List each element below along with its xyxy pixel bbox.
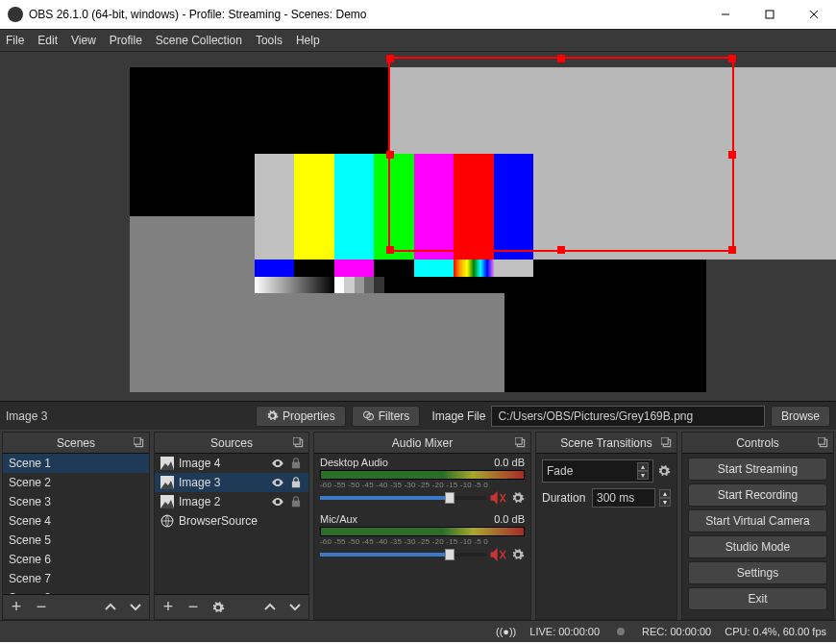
status-dot xyxy=(617,628,625,635)
close-button[interactable] xyxy=(792,0,836,29)
popout-icon[interactable] xyxy=(134,437,145,449)
scene-item[interactable]: Scene 1 xyxy=(3,454,149,473)
lock-toggle[interactable] xyxy=(289,476,303,489)
volume-slider[interactable] xyxy=(320,496,486,500)
menu-help[interactable]: Help xyxy=(296,34,320,47)
channel-settings-button[interactable] xyxy=(511,491,525,505)
maximize-button[interactable] xyxy=(748,0,792,29)
lock-toggle[interactable] xyxy=(289,495,303,508)
menu-profile[interactable]: Profile xyxy=(110,34,142,47)
preview-area[interactable] xyxy=(0,52,836,401)
audio-meter xyxy=(320,470,525,480)
image-file-label: Image File xyxy=(431,409,485,423)
source-down-button[interactable] xyxy=(285,598,305,617)
controls-panel: Controls Start Streaming Start Recording… xyxy=(681,432,834,620)
menu-file[interactable]: File xyxy=(6,34,24,47)
mixer-header[interactable]: Audio Mixer xyxy=(314,433,530,454)
mute-button[interactable] xyxy=(490,491,507,505)
audio-mixer-panel: Audio Mixer Desktop Audio0.0 dB -60 -55 … xyxy=(313,432,531,620)
exit-button[interactable]: Exit xyxy=(688,587,827,610)
sources-header[interactable]: Sources xyxy=(155,433,308,454)
start-recording-button[interactable]: Start Recording xyxy=(688,483,827,507)
popout-icon[interactable] xyxy=(818,437,829,449)
sources-panel: Sources Image 4 Image 3 Image 2 xyxy=(154,432,309,620)
chevron-up-icon: ▴ xyxy=(637,462,649,471)
volume-slider[interactable] xyxy=(320,553,486,557)
app-icon xyxy=(8,7,23,22)
globe-icon xyxy=(160,514,174,528)
remove-source-button[interactable]: − xyxy=(184,598,203,617)
image-file-input[interactable]: C:/Users/OBS/Pictures/Grey169B.png xyxy=(491,406,765,427)
filters-button[interactable]: Filters xyxy=(352,406,421,427)
meter-ticks: -60 -55 -50 -45 -40 -35 -30 -25 -20 -15 … xyxy=(320,481,525,489)
source-item[interactable]: BrowserSource xyxy=(155,511,308,531)
channel-name: Desktop Audio xyxy=(320,457,388,468)
scene-item[interactable]: Scene 6 xyxy=(3,550,149,569)
transition-settings-button[interactable] xyxy=(657,464,671,478)
scene-item[interactable]: Scene 7 xyxy=(3,569,149,588)
window-title: OBS 26.1.0 (64-bit, windows) - Profile: … xyxy=(29,8,703,21)
controls-header[interactable]: Controls xyxy=(682,433,833,454)
menu-tools[interactable]: Tools xyxy=(256,34,283,47)
source-item[interactable]: Image 4 xyxy=(155,454,308,473)
window-titlebar: OBS 26.1.0 (64-bit, windows) - Profile: … xyxy=(0,0,836,29)
scenes-panel: Scenes Scene 1 Scene 2 Scene 3 Scene 4 S… xyxy=(2,432,150,620)
duration-stepper[interactable]: ▴▾ xyxy=(659,489,671,507)
add-source-button[interactable]: + xyxy=(159,598,178,617)
menu-view[interactable]: View xyxy=(71,34,96,47)
properties-button[interactable]: Properties xyxy=(256,406,346,427)
sources-list[interactable]: Image 4 Image 3 Image 2 BrowserSource xyxy=(155,454,308,594)
menu-scene-collection[interactable]: Scene Collection xyxy=(156,34,242,47)
scene-up-button[interactable] xyxy=(101,598,120,617)
selected-source-label: Image 3 xyxy=(6,409,250,423)
transition-select[interactable]: Fade ▴▾ xyxy=(542,459,653,483)
start-streaming-button[interactable]: Start Streaming xyxy=(688,458,827,481)
popout-icon[interactable] xyxy=(661,437,673,449)
transitions-header[interactable]: Scene Transitions xyxy=(536,433,676,454)
popout-icon[interactable] xyxy=(293,437,305,449)
settings-button[interactable]: Settings xyxy=(688,561,827,584)
studio-mode-button[interactable]: Studio Mode xyxy=(688,535,827,558)
source-up-button[interactable] xyxy=(260,598,280,617)
scene-item[interactable]: Scene 4 xyxy=(3,511,149,531)
channel-db: 0.0 dB xyxy=(494,457,525,468)
chevron-up-icon xyxy=(264,602,276,613)
scenes-header[interactable]: Scenes xyxy=(3,433,149,454)
source-properties-button[interactable] xyxy=(209,598,228,617)
add-scene-button[interactable]: + xyxy=(7,598,26,617)
sources-toolbar: + − xyxy=(155,594,308,619)
cpu-status: CPU: 0.4%, 60.00 fps xyxy=(725,626,826,637)
visibility-toggle[interactable] xyxy=(271,476,284,489)
mute-button[interactable] xyxy=(490,548,507,561)
menu-edit[interactable]: Edit xyxy=(37,34,58,47)
remove-scene-button[interactable]: − xyxy=(32,598,51,617)
browse-button[interactable]: Browse xyxy=(771,406,830,427)
svg-rect-15 xyxy=(515,437,522,444)
scenes-list[interactable]: Scene 1 Scene 2 Scene 3 Scene 4 Scene 5 … xyxy=(3,454,149,594)
source-item[interactable]: Image 3 xyxy=(155,473,308,492)
minimize-button[interactable] xyxy=(703,0,748,29)
scene-item[interactable]: Scene 2 xyxy=(3,473,149,492)
visibility-toggle[interactable] xyxy=(271,495,284,508)
image-icon xyxy=(160,457,174,470)
menu-bar: File Edit View Profile Scene Collection … xyxy=(0,29,836,52)
visibility-toggle[interactable] xyxy=(271,457,284,470)
start-virtual-camera-button[interactable]: Start Virtual Camera xyxy=(688,509,827,533)
gear-icon xyxy=(266,409,279,422)
live-status: LIVE: 00:00:00 xyxy=(529,626,600,637)
duration-input[interactable]: 300 ms xyxy=(592,488,655,508)
popout-icon[interactable] xyxy=(515,437,527,449)
mixer-body: Desktop Audio0.0 dB -60 -55 -50 -45 -40 … xyxy=(314,454,530,619)
svg-rect-9 xyxy=(293,437,300,444)
duration-label: Duration xyxy=(542,491,588,505)
channel-settings-button[interactable] xyxy=(511,548,525,561)
source-item[interactable]: Image 2 xyxy=(155,492,308,511)
lock-toggle[interactable] xyxy=(289,457,303,470)
broadcast-icon: ((●)) xyxy=(496,626,516,637)
rec-status: REC: 00:00:00 xyxy=(642,626,711,637)
selection-rectangle[interactable] xyxy=(388,57,734,252)
scene-down-button[interactable] xyxy=(126,598,145,617)
channel-db: 0.0 dB xyxy=(494,513,525,525)
scene-item[interactable]: Scene 3 xyxy=(3,492,149,511)
scene-item[interactable]: Scene 5 xyxy=(3,531,149,550)
